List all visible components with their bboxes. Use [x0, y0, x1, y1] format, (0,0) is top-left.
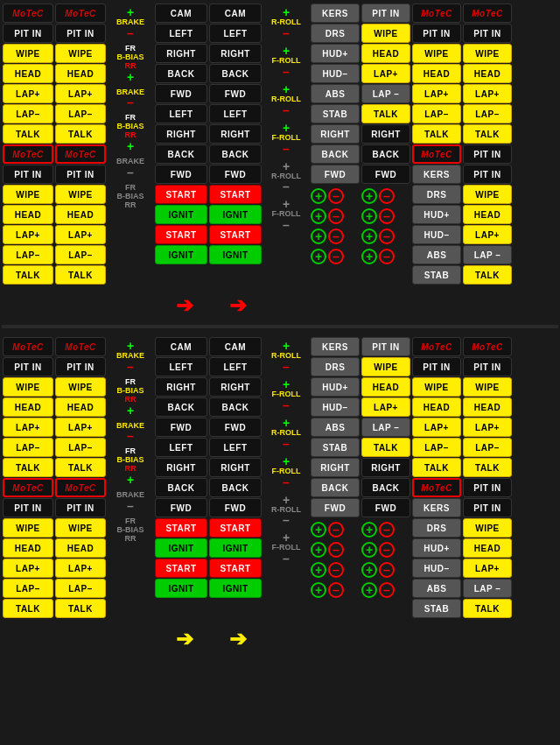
btn-talk-r1[interactable]: TALK — [361, 104, 410, 123]
btn-back-rb1[interactable]: BACK — [311, 478, 360, 497]
btn-talk-b1[interactable]: TALK — [3, 458, 53, 477]
btn-talk-2[interactable]: TALK — [3, 265, 53, 285]
btn-pitin-b3[interactable]: PIT IN — [55, 357, 106, 376]
btn-left-b2[interactable]: LEFT — [155, 438, 207, 457]
btn-hud-plus-rb2[interactable]: HUD+ — [412, 538, 461, 558]
btn-talk-rb4[interactable]: TALK — [463, 599, 512, 618]
btn-pitin-b2[interactable]: PIT IN — [3, 498, 53, 517]
btn-start-3[interactable]: START — [209, 185, 262, 204]
btn-head-r3[interactable]: HEAD — [463, 64, 512, 83]
btn-motec-b3[interactable]: MoTeC — [55, 337, 106, 356]
btn-kers-rb2[interactable]: KERS — [412, 498, 461, 517]
btn-motec-rb2[interactable]: MoTeC — [412, 478, 461, 497]
circle-plus-b8[interactable]: + — [361, 582, 377, 598]
btn-lap-minus-3[interactable]: LAP– — [55, 104, 106, 123]
btn-pitin-2[interactable]: PIT IN — [3, 165, 53, 184]
btn-lap-minus-r1[interactable]: LAP – — [361, 84, 410, 103]
circle-minus-b5[interactable]: – — [379, 522, 395, 538]
btn-motec-rb1[interactable]: MoTeC — [412, 337, 461, 356]
btn-pitin-rb3[interactable]: PIT IN — [463, 357, 512, 376]
btn-ignit-4[interactable]: IGNIT — [209, 245, 262, 264]
btn-motec-1[interactable]: MoTeC — [3, 4, 53, 23]
btn-pitin-rb4[interactable]: PIT IN — [463, 478, 512, 497]
btn-fwd-b2[interactable]: FWD — [155, 498, 207, 517]
btn-ignit-b2[interactable]: IGNIT — [155, 579, 207, 598]
btn-back-b2[interactable]: BACK — [155, 478, 207, 497]
circle-plus-7[interactable]: + — [361, 228, 377, 244]
btn-stab-b1[interactable]: STAB — [311, 438, 360, 457]
circle-plus-8[interactable]: + — [361, 249, 377, 264]
btn-pitin-b4[interactable]: PIT IN — [55, 498, 106, 517]
btn-head-1[interactable]: HEAD — [3, 64, 53, 83]
btn-abs-b1[interactable]: ABS — [311, 418, 360, 437]
btn-hud-plus-r2[interactable]: HUD+ — [412, 205, 461, 224]
btn-right-1[interactable]: RIGHT — [155, 44, 207, 63]
btn-back-rb2[interactable]: BACK — [361, 478, 410, 497]
btn-right-rb2[interactable]: RIGHT — [361, 458, 410, 477]
btn-motec-b4[interactable]: MoTeC — [55, 478, 106, 497]
btn-talk-rb2[interactable]: TALK — [412, 458, 461, 477]
btn-abs-rb2[interactable]: ABS — [412, 579, 461, 598]
btn-back-b3[interactable]: BACK — [209, 397, 262, 417]
btn-start-2[interactable]: START — [155, 225, 207, 244]
btn-fwd-b1[interactable]: FWD — [155, 418, 207, 437]
btn-hud-minus-b1[interactable]: HUD– — [311, 397, 360, 417]
btn-talk-r4[interactable]: TALK — [463, 265, 512, 285]
btn-talk-1[interactable]: TALK — [3, 124, 53, 144]
btn-stab-r2[interactable]: STAB — [412, 265, 461, 285]
btn-drs-rb2[interactable]: DRS — [412, 518, 461, 538]
circle-plus-b7[interactable]: + — [361, 562, 377, 578]
btn-stab-1[interactable]: STAB — [311, 104, 360, 123]
btn-head-rb2[interactable]: HEAD — [412, 397, 461, 417]
btn-pitin-4[interactable]: PIT IN — [55, 165, 106, 184]
btn-motec-rb3[interactable]: MoTeC — [463, 337, 512, 356]
btn-lap-plus-rb2[interactable]: LAP+ — [412, 418, 461, 437]
btn-right-r2[interactable]: RIGHT — [361, 124, 410, 144]
circle-minus-b4[interactable]: – — [328, 582, 344, 598]
btn-ignit-b1[interactable]: IGNIT — [155, 538, 207, 558]
circle-minus-b2[interactable]: – — [328, 542, 344, 558]
btn-pitin-b1[interactable]: PIT IN — [3, 357, 53, 376]
btn-head-rb3[interactable]: HEAD — [463, 397, 512, 417]
circle-minus-8[interactable]: – — [379, 249, 395, 264]
btn-lap-plus-3[interactable]: LAP+ — [55, 84, 106, 103]
btn-head-b4[interactable]: HEAD — [55, 538, 106, 558]
btn-right-r1[interactable]: RIGHT — [311, 124, 360, 144]
btn-talk-r2[interactable]: TALK — [412, 124, 461, 144]
btn-lap-plus-r2[interactable]: LAP+ — [412, 84, 461, 103]
btn-back-2[interactable]: BACK — [155, 144, 207, 164]
circle-minus-5[interactable]: – — [379, 188, 395, 204]
btn-pitin-1[interactable]: PIT IN — [3, 24, 53, 43]
btn-wipe-rb2[interactable]: WIPE — [412, 377, 461, 397]
btn-right-b2[interactable]: RIGHT — [155, 458, 207, 477]
btn-lap-plus-b1[interactable]: LAP+ — [3, 418, 53, 437]
btn-hud-minus-1[interactable]: HUD– — [311, 64, 360, 83]
btn-back-1[interactable]: BACK — [155, 64, 207, 83]
btn-wipe-r4[interactable]: WIPE — [463, 185, 512, 204]
btn-wipe-r1[interactable]: WIPE — [361, 24, 410, 43]
btn-head-3[interactable]: HEAD — [55, 64, 106, 83]
btn-talk-b2[interactable]: TALK — [3, 599, 53, 618]
btn-talk-4[interactable]: TALK — [55, 265, 106, 285]
btn-stab-rb2[interactable]: STAB — [412, 599, 461, 618]
btn-motec-r2[interactable]: MoTeC — [412, 144, 461, 164]
btn-left-1[interactable]: LEFT — [155, 24, 207, 43]
btn-lap-minus-b4[interactable]: LAP– — [55, 579, 106, 598]
btn-head-4[interactable]: HEAD — [55, 205, 106, 224]
btn-lap-plus-rb4[interactable]: LAP+ — [463, 559, 512, 578]
btn-fwd-b4[interactable]: FWD — [209, 498, 262, 517]
btn-fwd-r2[interactable]: FWD — [361, 165, 410, 184]
btn-fwd-rb1[interactable]: FWD — [311, 498, 360, 517]
btn-start-b2[interactable]: START — [155, 559, 207, 578]
btn-ignit-2[interactable]: IGNIT — [155, 245, 207, 264]
btn-ignit-b4[interactable]: IGNIT — [209, 579, 262, 598]
circle-minus-1[interactable]: – — [328, 188, 344, 204]
btn-right-b1[interactable]: RIGHT — [155, 377, 207, 397]
circle-plus-b3[interactable]: + — [311, 562, 326, 578]
btn-lap-plus-rb1[interactable]: LAP+ — [361, 397, 410, 417]
circle-minus-b8[interactable]: – — [379, 582, 395, 598]
btn-right-b3[interactable]: RIGHT — [209, 377, 262, 397]
btn-lap-plus-2[interactable]: LAP+ — [3, 225, 53, 244]
btn-lap-minus-b1[interactable]: LAP– — [3, 438, 53, 457]
btn-lap-plus-r4[interactable]: LAP+ — [463, 225, 512, 244]
